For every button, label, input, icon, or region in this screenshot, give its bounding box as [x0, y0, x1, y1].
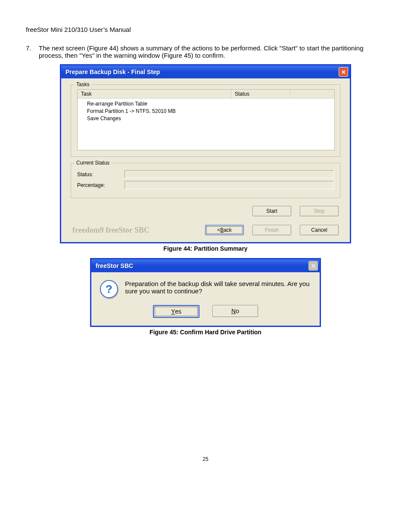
table-row[interactable]: Save Changes	[87, 115, 334, 122]
page-number: 25	[26, 456, 385, 462]
start-button[interactable]: Start	[252, 206, 291, 216]
brand-label: freedom9 freeStor SBC	[72, 226, 196, 235]
status-row: Status:	[77, 170, 334, 178]
percentage-row: Percentage:	[77, 181, 334, 189]
confirm-dialog: freeStor SBC ✕ ? Preparation of the back…	[90, 258, 321, 327]
percentage-label: Percentage:	[77, 182, 125, 188]
nav-button-row: freedom9 freeStor SBC < Back Finish Canc…	[71, 222, 340, 235]
tasks-group-title: Tasks	[75, 81, 91, 87]
close-icon: ✕	[308, 261, 318, 271]
close-icon[interactable]: ✕	[339, 67, 348, 77]
partition-summary-window: Prepare Backup Disk - Final Step ✕ Tasks…	[60, 64, 351, 243]
col-task-header[interactable]: Task	[78, 90, 231, 98]
titlebar[interactable]: freeStor SBC ✕	[91, 259, 320, 272]
col-status-header[interactable]: Status	[231, 90, 290, 98]
tasks-table: Task Status Re-arrange Partition Table F…	[77, 89, 335, 150]
tasks-header-row: Task Status	[78, 90, 334, 99]
tasks-rows: Re-arrange Partition Table Format Partit…	[78, 99, 334, 122]
status-value	[125, 170, 334, 178]
doc-header: freeStor Mini 210/310 User’s Manual	[26, 26, 385, 33]
yes-mnemonic: Y	[171, 308, 175, 315]
step-number: 7.	[26, 44, 39, 59]
stop-button: Stop	[300, 206, 339, 216]
no-button[interactable]: No	[212, 305, 258, 317]
window-title: freeStor SBC	[96, 262, 133, 269]
no-suffix: o	[236, 308, 239, 314]
yes-suffix: es	[175, 308, 181, 315]
yes-button[interactable]: Yes	[153, 305, 199, 318]
finish-button: Finish	[252, 225, 291, 235]
current-status-title: Current Status	[75, 160, 111, 166]
instruction-step: 7. The next screen (Figure 44) shows a s…	[26, 44, 385, 59]
back-mnemonic: B	[220, 227, 224, 233]
no-mnemonic: N	[231, 308, 236, 314]
message-text: Preparation of the backup disk will take…	[125, 280, 311, 298]
percentage-value	[125, 181, 334, 189]
step-text: The next screen (Figure 44) shows a summ…	[39, 44, 385, 59]
titlebar[interactable]: Prepare Backup Disk - Final Step ✕	[61, 65, 350, 78]
figure-45-caption: Figure 45: Confirm Hard Drive Partition	[26, 329, 385, 336]
start-stop-row: Start Stop	[71, 204, 340, 222]
cancel-button[interactable]: Cancel	[300, 225, 339, 235]
dialog-button-row: Yes No	[91, 302, 320, 326]
col-spacer	[290, 90, 334, 98]
message-body: ? Preparation of the backup disk will ta…	[91, 272, 320, 302]
table-row[interactable]: Format Partition 1 -> NTFS, 52010 MB	[87, 108, 334, 115]
status-label: Status:	[77, 171, 125, 177]
tasks-groupbox: Tasks Task Status Re-arrange Partition T…	[71, 84, 340, 157]
document-page: freeStor Mini 210/310 User’s Manual 7. T…	[0, 0, 411, 479]
window-title: Prepare Backup Disk - Final Step	[65, 68, 160, 75]
question-icon: ?	[100, 280, 118, 298]
back-suffix: ack	[224, 227, 232, 233]
back-button[interactable]: < Back	[205, 225, 244, 235]
window-body: Tasks Task Status Re-arrange Partition T…	[61, 78, 350, 242]
back-prefix: <	[217, 227, 220, 233]
figure-44-caption: Figure 44: Partition Summary	[26, 245, 385, 252]
table-row[interactable]: Re-arrange Partition Table	[87, 100, 334, 108]
current-status-groupbox: Current Status Status: Percentage:	[71, 163, 340, 198]
